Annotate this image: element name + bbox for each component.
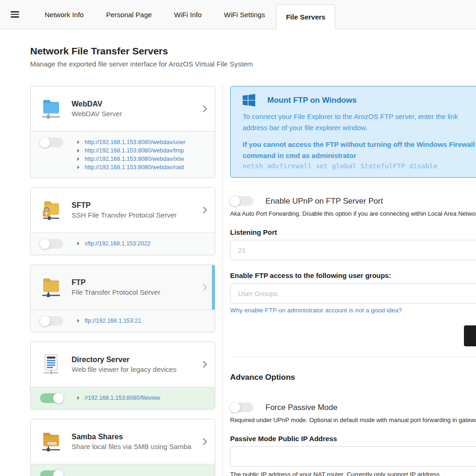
server-card-sftp[interactable]: SFTP SSH File Transfer Protocol Server s…: [30, 187, 215, 255]
server-name: FTP: [72, 278, 160, 287]
chevron-right-icon: [203, 206, 207, 214]
tab-file-servers[interactable]: File Servers: [276, 4, 335, 29]
server-card-samba[interactable]: SMB Samba Shares Share local files via S…: [30, 419, 215, 476]
server-link[interactable]: //192.168.1.153:8080/fileview: [85, 395, 160, 401]
force-passive-toggle[interactable]: [230, 403, 253, 412]
listening-port-label: Listening Port: [230, 228, 476, 236]
passive-ip-input[interactable]: [230, 446, 476, 467]
server-link[interactable]: ftp://192.168.1.153:21: [85, 317, 141, 324]
column-divider: [222, 85, 223, 476]
user-groups-label: Enable FTP access to the following user …: [230, 271, 476, 279]
server-card-ftp[interactable]: FTP File Transfer Protocol Server ftp://…: [30, 264, 215, 332]
caret-icon: [77, 319, 79, 323]
menu-icon[interactable]: [11, 10, 19, 19]
server-name: WebDAV: [72, 100, 122, 108]
info-intro-line1: To connect your File Explorer to the Aro…: [243, 111, 476, 122]
folder-network-yellow-icon: [42, 276, 60, 298]
tab-wifi-info[interactable]: WiFi Info: [163, 0, 213, 29]
webdav-enable-toggle[interactable]: [40, 138, 63, 147]
windows-logo-icon: [243, 94, 255, 106]
server-description: WebDAV Server: [72, 110, 122, 118]
directory-listing-icon: [42, 353, 60, 376]
server-link[interactable]: http://192.168.1.153:8080/webdav/raid: [85, 164, 184, 171]
firewall-command: netsh advfirewall set global StatefulFTP…: [243, 162, 476, 170]
caret-icon: [77, 165, 79, 169]
force-passive-description: Required under UPnP mode. Optional in de…: [230, 416, 476, 423]
ftp-enable-toggle[interactable]: [40, 316, 63, 326]
server-link[interactable]: sftp://192.168.1.153:2022: [85, 240, 151, 247]
selected-indicator: [212, 265, 215, 310]
chevron-right-icon: [203, 438, 207, 445]
caret-icon: [77, 149, 79, 152]
folder-lock-icon: [42, 199, 60, 221]
caret-icon: [77, 396, 79, 400]
server-name: SFTP: [72, 201, 177, 210]
chevron-right-icon: [203, 361, 207, 368]
advance-options-heading: Advance Options: [230, 373, 476, 382]
tab-network-info[interactable]: Network Info: [33, 0, 95, 29]
sftp-enable-toggle[interactable]: [40, 239, 63, 249]
upnp-toggle[interactable]: [230, 196, 253, 206]
chevron-right-icon: [203, 284, 207, 291]
page-subtitle: Manage the exported file server interfac…: [30, 60, 253, 68]
server-list: WebDAV WebDAV Server http://192.168.1.15…: [30, 86, 215, 476]
top-nav: Network Info Personal Page WiFi Info WiF…: [0, 0, 476, 29]
caret-icon: [77, 157, 79, 161]
server-description: Web file viewer for legacy devices: [72, 365, 177, 373]
folder-network-blue-icon: [42, 98, 60, 120]
server-name: Directory Server: [72, 356, 177, 364]
info-warning-line1: If you cannot access the FTP without tur…: [243, 139, 476, 150]
listening-port-input[interactable]: [230, 240, 476, 260]
page-title: Network File Transfer Servers: [30, 46, 253, 57]
upnp-toggle-label: Enable UPnP on FTP Server Port: [265, 197, 383, 206]
info-box-title: Mount FTP on Windows: [267, 96, 357, 105]
update-button[interactable]: Update: [464, 325, 476, 346]
ftp-settings-panel: Mount FTP on Windows To connect your Fil…: [230, 86, 476, 476]
folder-smb-icon: SMB: [42, 430, 60, 453]
upnp-description: Aka Auto Port Forwarding. Disable this o…: [230, 210, 476, 217]
samba-enable-toggle[interactable]: [40, 470, 63, 476]
passive-ip-label: Passive Mode Public IP Address: [230, 435, 476, 443]
passive-ip-description: The public IP address of your NAT router…: [230, 471, 476, 476]
mount-ftp-info-box: Mount FTP on Windows To connect your Fil…: [230, 86, 476, 178]
chevron-right-icon: [203, 105, 207, 112]
server-description: Share local files via SMB using Samba: [72, 443, 192, 450]
force-passive-label: Force Passive Mode: [265, 403, 337, 412]
info-intro-line2: address bar of your file explorer window…: [243, 122, 476, 133]
caret-icon: [77, 242, 79, 245]
server-card-directory[interactable]: Directory Server Web file viewer for leg…: [30, 342, 215, 410]
user-groups-input[interactable]: [230, 283, 476, 304]
admin-ftp-warning-link[interactable]: Why enable FTP on administrator account …: [230, 307, 402, 314]
server-link[interactable]: http://192.168.1.153:8080/webdav/user: [85, 139, 185, 145]
section-divider: [230, 357, 476, 357]
server-description: File Transfer Protocol Server: [72, 288, 160, 296]
server-link[interactable]: http://192.168.1.153:8080/webdav/ixtw: [85, 156, 184, 162]
server-link[interactable]: http://192.168.1.153:8080/webdav/tmp: [85, 147, 184, 154]
svg-text:SMB: SMB: [47, 441, 57, 446]
server-card-webdav[interactable]: WebDAV WebDAV Server http://192.168.1.15…: [30, 86, 215, 178]
info-warning-line2: command in cmd as administrator: [243, 150, 476, 161]
tab-wifi-settings[interactable]: WiFi Settings: [213, 0, 276, 29]
nav-tabs: Network Info Personal Page WiFi Info WiF…: [33, 0, 335, 29]
directory-enable-toggle[interactable]: [40, 393, 63, 403]
server-description: SSH File Transfer Protocol Server: [72, 211, 177, 219]
caret-icon: [77, 140, 79, 144]
server-name: Samba Shares: [72, 433, 192, 441]
tab-personal-page[interactable]: Personal Page: [95, 0, 163, 29]
